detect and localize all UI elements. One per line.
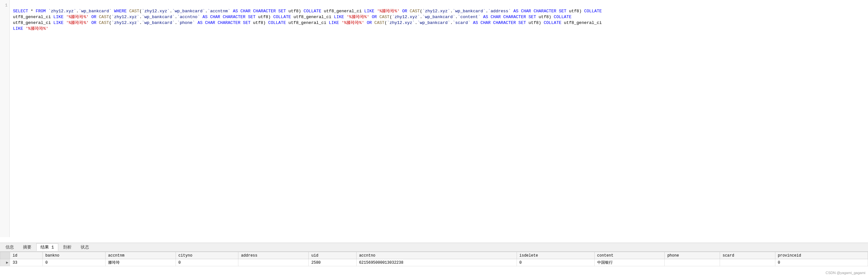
sql-content: SELECT * FROM `zhy12.xyz`.`wp_bankcard` … — [10, 0, 868, 34]
col-header-provinceid: provinceid — [775, 252, 868, 259]
col-header-id: id — [10, 252, 43, 259]
row-num-1: ▶ — [0, 259, 10, 266]
watermark: CSDN @yagami_gagami — [826, 271, 865, 275]
cell-content: 中国银行 — [594, 259, 664, 266]
cell-id: 33 — [10, 259, 43, 266]
col-header-address: address — [238, 252, 309, 259]
col-header-bankno: bankno — [43, 252, 105, 259]
cell-address — [238, 259, 309, 266]
tab-status[interactable]: 状态 — [76, 243, 93, 251]
col-header-isdelete: isdelete — [517, 252, 594, 259]
cell-cityno: 0 — [176, 259, 238, 266]
table-row: ▶ 33 0 滕玲玲 0 2580 6215695000013032238 0 … — [0, 259, 868, 266]
col-header-phone: phone — [664, 252, 720, 259]
col-header-accntnm: accntnm — [105, 252, 176, 259]
table-header-row: id bankno accntnm cityno address uid acc… — [0, 252, 868, 259]
cell-accntnm: 滕玲玲 — [105, 259, 176, 266]
tab-info[interactable]: 信息 — [1, 243, 18, 251]
col-header-content: content — [594, 252, 664, 259]
cell-provinceid: 0 — [775, 259, 868, 266]
col-header-accntno: accntno — [356, 252, 517, 259]
cell-isdelete: 0 — [517, 259, 594, 266]
result-tabs: 信息 摘要 结果 1 剖析 状态 — [0, 243, 868, 252]
cell-phone — [664, 259, 720, 266]
col-header-uid: uid — [309, 252, 356, 259]
row-num-header — [0, 252, 10, 259]
line-numbers: 1 — [0, 0, 10, 237]
results-area: id bankno accntnm cityno address uid acc… — [0, 252, 868, 276]
tab-summary[interactable]: 摘要 — [19, 243, 36, 251]
cell-bankno: 0 — [43, 259, 105, 266]
tab-profile[interactable]: 剖析 — [59, 243, 76, 251]
line-num-1: 1 — [0, 3, 9, 8]
cell-scard — [720, 259, 775, 266]
col-header-scard: scard — [720, 252, 775, 259]
cell-uid: 2580 — [309, 259, 356, 266]
cell-accntno: 6215695000013032238 — [356, 259, 517, 266]
tab-result1[interactable]: 结果 1 — [36, 243, 58, 251]
col-header-cityno: cityno — [176, 252, 238, 259]
sql-editor[interactable]: 1 SELECT * FROM `zhy12.xyz`.`wp_bankcard… — [0, 0, 868, 237]
results-table: id bankno accntnm cityno address uid acc… — [0, 252, 868, 266]
